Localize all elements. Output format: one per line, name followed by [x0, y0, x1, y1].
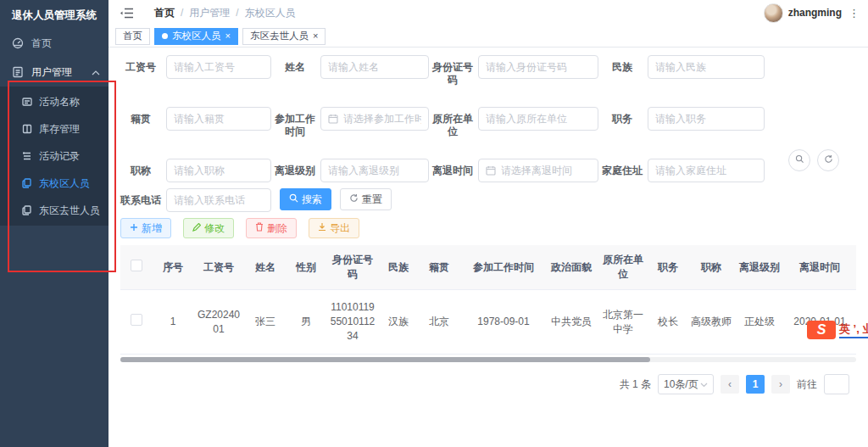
field-label: 姓名: [275, 55, 315, 74]
field-title: 职称: [120, 159, 275, 182]
former-unit-input[interactable]: [486, 113, 591, 125]
sidebar-item-inventory[interactable]: 库存管理: [0, 115, 108, 142]
search-tool-button[interactable]: [788, 149, 810, 171]
horizontal-scrollbar: [120, 357, 856, 362]
column-header: 离退时间: [783, 245, 856, 290]
page-1-button[interactable]: 1: [746, 375, 765, 394]
avatar[interactable]: [764, 3, 783, 23]
tab-east-campus[interactable]: 东校区人员 ×: [154, 28, 238, 45]
breadcrumb-home[interactable]: 首页: [154, 6, 175, 20]
delete-button[interactable]: 删除: [246, 218, 297, 238]
search-icon: [795, 154, 804, 166]
cell-position: 校长: [649, 290, 687, 355]
field-label: 家庭住址: [602, 159, 643, 177]
sidebar-item-activity-record[interactable]: 活动记录: [0, 142, 108, 170]
retire-date-input[interactable]: [501, 165, 591, 176]
native-place-input[interactable]: [174, 113, 264, 125]
field-work-start-date: 参加工作时间: [275, 107, 432, 138]
add-button[interactable]: 新增: [120, 218, 171, 238]
cell-title: 高级教师: [687, 290, 736, 355]
export-button[interactable]: 导出: [309, 218, 359, 238]
sidebar-item-label: 活动记录: [39, 149, 80, 164]
next-page-button[interactable]: ›: [771, 375, 790, 394]
title-input[interactable]: [174, 165, 264, 176]
cell-gender: 男: [287, 290, 326, 355]
page-size-select[interactable]: 10条/页: [658, 374, 714, 394]
ethnicity-input[interactable]: [655, 61, 757, 73]
sidebar-item-user-mgmt[interactable]: 用户管理: [0, 58, 108, 87]
sidebar-item-east-campus[interactable]: 东校区人员: [0, 170, 108, 197]
work-start-date-input[interactable]: [343, 113, 421, 125]
main-area: 首页 / 用户管理 / 东校区人员 zhangming ⋮ 首页 东校区人员 ×: [108, 0, 868, 447]
sidebar-item-east-deceased[interactable]: 东区去世人员: [0, 197, 108, 224]
close-icon[interactable]: ×: [313, 31, 318, 41]
table-row[interactable]: 1 GZ2024001 张三 男 110101195501011234 汉族 北…: [120, 290, 856, 355]
field-home-address: 家庭住址: [602, 159, 768, 182]
goto-page-input[interactable]: [824, 374, 849, 394]
field-position: 职务: [602, 107, 768, 131]
sidebar-item-label: 用户管理: [31, 65, 72, 80]
total-count: 共 1 条: [620, 377, 651, 392]
sidebar-item-label: 活动名称: [39, 95, 80, 109]
sidebar-item-activity-name[interactable]: 活动名称: [0, 88, 108, 115]
book-icon: [22, 124, 32, 134]
id-number-input[interactable]: [486, 61, 591, 73]
refresh-tool-button[interactable]: [817, 149, 839, 171]
tab-home[interactable]: 首页: [115, 28, 150, 45]
column-header: 职务: [649, 245, 687, 290]
tab-label: 首页: [123, 30, 142, 42]
field-retire-level: 离退级别: [275, 159, 432, 182]
page-content: 工资号 姓名 身份证号码 民族 籍贯: [108, 47, 868, 394]
table-tools: [788, 149, 839, 171]
salary-no-input[interactable]: [174, 61, 264, 73]
cell-native-place: 北京: [417, 290, 461, 355]
sidebar: 退休人员管理系统 首页 用户管理 活动名称: [0, 0, 108, 447]
document-copy-icon: [22, 205, 32, 215]
refresh-icon: [349, 193, 359, 205]
field-phone: 联系电话: [120, 188, 275, 212]
prev-page-button[interactable]: ‹: [721, 375, 739, 394]
sidebar-item-label: 库存管理: [39, 122, 80, 137]
breadcrumb-user-mgmt[interactable]: 用户管理: [189, 6, 230, 20]
active-dot: [162, 33, 168, 39]
reset-button-label: 重置: [362, 193, 382, 207]
scrollbar-thumb[interactable]: [120, 357, 650, 362]
row-checkbox-cell: [120, 290, 153, 355]
table-toolbar: 新增 修改 删除 导出: [120, 218, 868, 238]
search-form-row-2: 籍贯 参加工作时间 原所在单位 职务: [120, 107, 868, 138]
plus-icon: [130, 222, 138, 234]
field-former-unit: 原所在单位: [432, 107, 602, 138]
watermark-text: 英 ’, 业: [839, 321, 868, 338]
sidebar-collapse-icon[interactable]: [120, 7, 134, 20]
cell-ethnicity: 汉族: [380, 290, 417, 355]
app-title: 退休人员管理系统: [0, 0, 108, 29]
chevron-up-icon: [92, 66, 100, 78]
reset-button[interactable]: 重置: [340, 188, 392, 210]
field-label: 职务: [602, 107, 643, 126]
add-button-label: 新增: [142, 221, 162, 236]
column-header: 籍贯: [417, 245, 461, 290]
close-icon[interactable]: ×: [225, 31, 231, 41]
edit-button[interactable]: 修改: [183, 218, 234, 238]
field-ethnicity: 民族: [602, 55, 768, 79]
kebab-menu-icon[interactable]: ⋮: [847, 7, 861, 20]
column-header: 职称: [687, 245, 736, 290]
refresh-icon: [824, 154, 833, 166]
phone-input[interactable]: [174, 194, 264, 206]
column-header: 身份证号码: [326, 245, 380, 290]
search-form-row-3: 职称 离退级别 离退时间 家庭住址: [120, 159, 868, 182]
sidebar-item-home[interactable]: 首页: [0, 29, 108, 58]
cell-former-unit: 北京第一中学: [597, 290, 649, 355]
name-input[interactable]: [328, 61, 421, 73]
page-size-value: 10条/页: [664, 377, 698, 392]
row-checkbox[interactable]: [131, 314, 142, 326]
search-button[interactable]: 搜索: [280, 188, 331, 210]
select-all-checkbox[interactable]: [131, 260, 142, 271]
search-form-row-4: 联系电话 搜索 重置: [120, 188, 868, 212]
tab-east-deceased[interactable]: 东区去世人员 ×: [242, 28, 326, 45]
calendar-icon: [328, 114, 338, 124]
home-address-input[interactable]: [655, 165, 757, 176]
retire-level-input[interactable]: [328, 165, 421, 176]
position-input[interactable]: [655, 113, 757, 125]
goto-label: 前往: [797, 377, 817, 392]
